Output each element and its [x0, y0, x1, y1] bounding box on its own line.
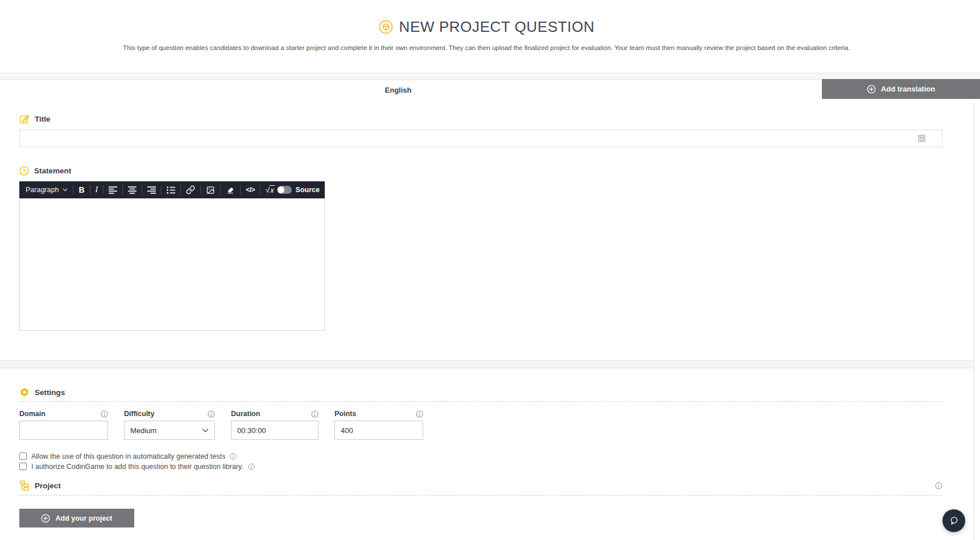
statement-section: ? Statement Paragraph B I	[19, 166, 942, 331]
difficulty-select[interactable]: Medium	[124, 421, 215, 440]
eraser-icon[interactable]	[225, 186, 236, 194]
info-icon[interactable]	[935, 482, 942, 489]
chevron-down-icon	[202, 428, 209, 433]
bold-button[interactable]: B	[77, 185, 85, 194]
code-icon[interactable]: </>	[245, 186, 256, 194]
authorize-library-checkbox[interactable]	[19, 463, 27, 470]
difficulty-value: Medium	[130, 426, 156, 435]
checkbox-label: I authorize CodinGame to add this questi…	[31, 463, 243, 471]
duration-input[interactable]	[231, 421, 319, 440]
align-center-icon[interactable]	[127, 186, 138, 194]
add-translation-button[interactable]: Add translation	[822, 79, 980, 99]
plus-circle-icon	[867, 85, 876, 94]
info-icon[interactable]	[311, 410, 319, 418]
statement-editor: Paragraph B I	[19, 181, 325, 331]
chat-widget-button[interactable]	[942, 509, 965, 532]
settings-section: Settings Domain Difficulty Medium	[19, 387, 942, 471]
align-left-icon[interactable]	[107, 186, 118, 194]
page-header: NEW PROJECT QUESTION This type of questi…	[0, 0, 973, 51]
info-icon[interactable]	[416, 410, 423, 418]
domain-input[interactable]	[19, 421, 108, 440]
input-addon-table-icon[interactable]	[918, 135, 925, 142]
toggle-knob	[278, 186, 284, 193]
domain-field: Domain	[19, 410, 108, 440]
chevron-down-icon	[63, 188, 68, 192]
auto-generated-tests-option: Allow the use of this question in automa…	[19, 452, 942, 460]
plus-circle-icon	[41, 514, 50, 523]
project-section: Project Add your project	[19, 480, 942, 527]
chat-icon	[948, 515, 960, 526]
add-your-project-label: Add your project	[55, 514, 112, 522]
statement-section-label: Statement	[34, 167, 71, 175]
project-tree-icon	[19, 480, 30, 491]
svg-text:?: ?	[22, 168, 26, 174]
link-icon[interactable]	[185, 185, 196, 194]
question-mark-icon: ?	[19, 166, 29, 176]
duration-field: Duration	[231, 410, 319, 440]
info-icon[interactable]	[101, 410, 108, 418]
dashed-divider	[19, 401, 942, 402]
duration-label: Duration	[231, 410, 260, 418]
title-section-label: Title	[35, 115, 51, 123]
auto-generated-tests-checkbox[interactable]	[19, 452, 27, 460]
paragraph-dropdown[interactable]: Paragraph	[24, 186, 69, 194]
project-question-icon	[379, 20, 393, 34]
editor-toolbar: Paragraph B I	[19, 181, 325, 198]
title-input[interactable]	[19, 130, 942, 147]
info-icon[interactable]	[230, 453, 237, 460]
settings-section-label: Settings	[35, 388, 65, 397]
info-icon[interactable]	[248, 463, 255, 470]
edit-pencil-icon	[19, 114, 30, 124]
add-your-project-button[interactable]: Add your project	[19, 509, 134, 527]
project-section-label: Project	[35, 481, 61, 490]
points-label: Points	[334, 410, 356, 418]
info-icon[interactable]	[208, 410, 215, 418]
title-section: Title	[19, 114, 942, 147]
image-icon[interactable]	[205, 186, 216, 194]
gear-icon	[19, 387, 30, 397]
add-translation-label: Add translation	[881, 85, 935, 93]
domain-label: Domain	[19, 410, 46, 418]
checkbox-label: Allow the use of this question in automa…	[31, 452, 225, 460]
page-subtitle: This type of question enables candidates…	[0, 44, 973, 51]
points-input[interactable]	[334, 421, 423, 440]
italic-button[interactable]: I	[94, 185, 100, 194]
points-field: Points	[334, 410, 423, 440]
dashed-divider	[19, 495, 942, 496]
source-toggle[interactable]: Source	[277, 186, 320, 194]
statement-editor-body[interactable]	[19, 198, 325, 331]
bulleted-list-icon[interactable]	[166, 186, 176, 194]
source-label: Source	[296, 186, 320, 194]
section-divider-band	[0, 360, 980, 368]
scrollbar-track[interactable]	[974, 102, 980, 540]
authorize-library-option: I authorize CodinGame to add this questi…	[19, 462, 942, 471]
page-title: NEW PROJECT QUESTION	[399, 18, 595, 36]
math-formula-icon[interactable]: √x	[264, 185, 276, 194]
difficulty-label: Difficulty	[124, 410, 154, 418]
difficulty-field: Difficulty Medium	[124, 410, 215, 440]
align-right-icon[interactable]	[146, 186, 157, 194]
toggle-track	[277, 186, 292, 194]
tab-english[interactable]: English	[385, 86, 412, 94]
